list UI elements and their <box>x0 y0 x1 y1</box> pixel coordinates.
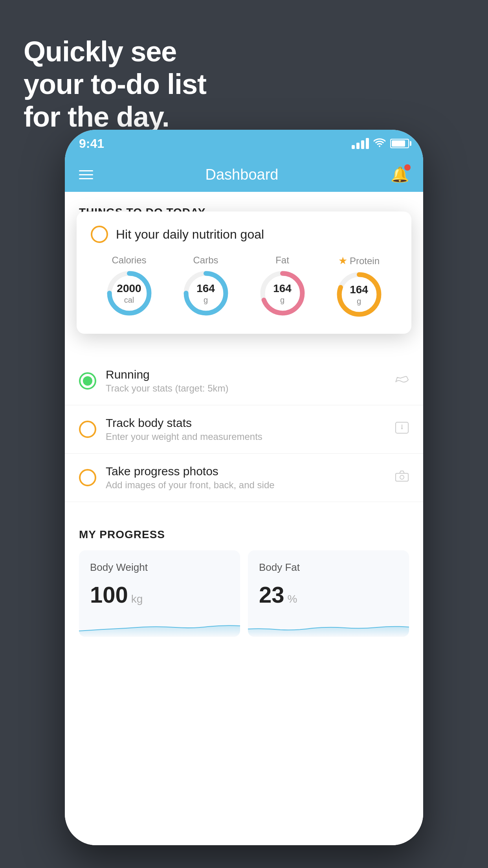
body-stats-circle <box>79 421 96 438</box>
todo-item-running[interactable]: Running Track your stats (target: 5km) <box>65 357 423 405</box>
fat-ring-item: Fat 164 g <box>259 255 306 317</box>
todo-list: Running Track your stats (target: 5km) T… <box>65 357 423 502</box>
svg-rect-11 <box>396 473 408 481</box>
progress-cards-row: Body Weight 100 kg <box>79 550 409 637</box>
carbs-ring: 164 g <box>182 270 229 317</box>
calories-ring-item: Calories 2000 cal <box>106 255 153 317</box>
nutrition-card-title: Hit your daily nutrition goal <box>116 227 264 242</box>
battery-icon <box>390 139 409 148</box>
carbs-unit: g <box>196 295 215 305</box>
running-title: Running <box>106 368 395 381</box>
protein-ring: 164 g <box>336 271 383 318</box>
signal-icon <box>352 138 369 149</box>
hamburger-menu[interactable] <box>79 170 93 179</box>
fat-ring: 164 g <box>259 270 306 317</box>
body-weight-chart <box>79 613 240 637</box>
body-fat-title: Body Fat <box>259 561 398 574</box>
photos-subtitle: Add images of your front, back, and side <box>106 480 395 491</box>
svg-point-10 <box>401 428 403 429</box>
status-icons <box>352 138 409 150</box>
body-fat-value-row: 23 % <box>259 581 398 608</box>
calories-ring: 2000 cal <box>106 270 153 317</box>
calories-unit: cal <box>117 295 141 305</box>
body-stats-text: Track body stats Enter your weight and m… <box>106 416 395 442</box>
body-fat-card[interactable]: Body Fat 23 % <box>248 550 409 637</box>
body-stats-subtitle: Enter your weight and measurements <box>106 431 395 442</box>
status-bar: 9:41 <box>65 130 423 157</box>
body-stats-title: Track body stats <box>106 416 395 430</box>
protein-label: Protein <box>350 256 380 267</box>
photos-text: Take progress photos Add images of your … <box>106 465 395 491</box>
running-text: Running Track your stats (target: 5km) <box>106 368 395 394</box>
fat-value: 164 <box>273 282 292 295</box>
carbs-label: Carbs <box>193 255 218 266</box>
carbs-value: 164 <box>196 282 215 295</box>
protein-label-row: ★ Protein <box>338 255 380 267</box>
running-completed-circle <box>79 372 96 390</box>
phone-frame: 9:41 Dashboard 🔔 <box>65 130 423 845</box>
hero-text: Quickly see your to-do list for the day. <box>24 35 206 133</box>
fat-label: Fat <box>275 255 289 266</box>
content-area: THINGS TO DO TODAY Hit your daily nutrit… <box>65 192 423 845</box>
svg-point-12 <box>400 475 404 479</box>
photos-circle <box>79 469 96 486</box>
body-weight-card[interactable]: Body Weight 100 kg <box>79 550 240 637</box>
carbs-ring-item: Carbs 164 g <box>182 255 229 317</box>
protein-value: 164 <box>350 283 368 296</box>
notification-dot <box>404 164 411 171</box>
bell-button[interactable]: 🔔 <box>391 166 409 183</box>
calories-label: Calories <box>112 255 146 266</box>
nav-bar: Dashboard 🔔 <box>65 157 423 192</box>
body-weight-value-row: 100 kg <box>90 581 229 608</box>
body-weight-unit: kg <box>131 593 143 605</box>
protein-unit: g <box>350 296 368 306</box>
body-weight-number: 100 <box>90 581 128 608</box>
body-fat-unit: % <box>288 593 297 605</box>
fat-unit: g <box>273 295 292 305</box>
nutrition-card[interactable]: Hit your daily nutrition goal Calories 2… <box>77 211 411 334</box>
my-progress-header: MY PROGRESS <box>79 528 409 541</box>
scale-icon <box>395 421 409 437</box>
wifi-icon <box>374 138 385 150</box>
photos-title: Take progress photos <box>106 465 395 478</box>
status-time: 9:41 <box>79 136 104 151</box>
nutrition-rings: Calories 2000 cal Carbs <box>91 255 397 318</box>
shoe-icon <box>395 374 409 388</box>
my-progress-section: MY PROGRESS Body Weight 100 kg <box>65 514 423 651</box>
protein-ring-item: ★ Protein 164 g <box>336 255 383 318</box>
running-subtitle: Track your stats (target: 5km) <box>106 383 395 394</box>
todo-item-photos[interactable]: Take progress photos Add images of your … <box>65 454 423 502</box>
nutrition-card-title-row: Hit your daily nutrition goal <box>91 226 397 243</box>
camera-icon <box>395 470 409 485</box>
todo-item-body-stats[interactable]: Track body stats Enter your weight and m… <box>65 405 423 454</box>
nutrition-circle-indicator <box>91 226 108 243</box>
calories-value: 2000 <box>117 282 141 295</box>
nav-title: Dashboard <box>205 166 279 183</box>
body-fat-chart <box>248 613 409 637</box>
body-weight-title: Body Weight <box>90 561 229 574</box>
protein-star-icon: ★ <box>338 255 347 267</box>
body-fat-number: 23 <box>259 581 284 608</box>
